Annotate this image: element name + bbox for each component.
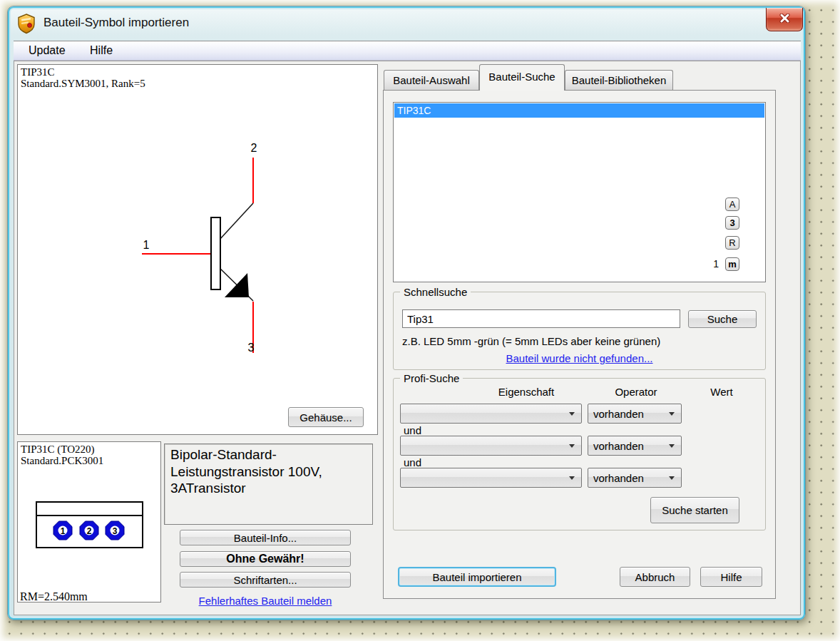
tab-bauteil-suche[interactable]: Bauteil-Suche <box>479 64 565 91</box>
svg-text:2: 2 <box>87 526 92 536</box>
pad-3: 3 <box>106 521 124 540</box>
search-results-list[interactable]: TIP31C A 3 R m 1 <box>393 102 766 282</box>
chevron-down-icon <box>569 412 575 416</box>
list-filter-a-button[interactable]: A <box>725 198 739 211</box>
svg-text:3: 3 <box>113 526 118 536</box>
tab-bauteil-auswahl[interactable]: Bauteil-Auswahl <box>384 70 479 90</box>
svg-text:1: 1 <box>61 526 66 536</box>
chevron-down-icon <box>569 444 575 448</box>
bauteil-info-button[interactable]: Bauteil-Info... <box>180 530 351 545</box>
close-button[interactable] <box>766 8 803 31</box>
desktop-background: Bauteil-Symbol importieren Update Hilfe … <box>0 0 840 641</box>
pad-1: 1 <box>53 521 72 540</box>
schnellsuche-group-label: Schnellsuche <box>400 286 471 298</box>
quick-search-input[interactable] <box>402 309 680 328</box>
property-dropdown-1[interactable] <box>400 404 582 424</box>
titlebar[interactable]: Bauteil-Symbol importieren <box>8 6 805 41</box>
close-icon <box>779 13 791 26</box>
package-drawing: 1 2 3 <box>18 442 161 602</box>
list-filter-r-button[interactable]: R <box>725 236 739 250</box>
chevron-down-icon <box>669 412 675 416</box>
operator-dropdown-2[interactable]: vorhanden <box>588 436 682 456</box>
operator-dropdown-1[interactable]: vorhanden <box>588 404 682 424</box>
and-label-1: und <box>404 424 421 436</box>
abbruch-button[interactable]: Abbruch <box>620 567 690 587</box>
dialog-client-area: TIP31C Standard.SYM3001, Rank=5 1 2 3 Ge… <box>14 61 801 615</box>
suche-button[interactable]: Suche <box>688 310 757 328</box>
raster-measure-text: RM=2.540mm <box>20 590 88 602</box>
package-preview-panel: TIP31C (TO220) Standard.PCK3001 1 2 <box>17 441 161 602</box>
dialog-window: Bauteil-Symbol importieren Update Hilfe … <box>7 6 806 620</box>
not-found-link[interactable]: Bauteil wurde nicht gefunden... <box>506 352 653 364</box>
bauteil-importieren-button[interactable]: Bauteil importieren <box>398 567 556 587</box>
transistor-symbol-drawing: 1 2 3 <box>18 65 379 436</box>
operator-dropdown-3[interactable]: vorhanden <box>588 468 682 488</box>
hilfe-button[interactable]: Hilfe <box>700 567 762 587</box>
menubar: Update Hilfe <box>14 41 801 61</box>
ohne-gewaehr-button[interactable]: Ohne Gewähr! <box>180 551 351 567</box>
list-filter-3-button[interactable]: 3 <box>725 216 739 230</box>
result-count: 1 <box>685 258 719 270</box>
menu-hilfe[interactable]: Hilfe <box>79 41 123 60</box>
column-header-eigenschaft: Eigenschaft <box>469 386 583 398</box>
report-faulty-part-link[interactable]: Fehlerhaftes Bauteil melden <box>199 595 332 607</box>
window-title: Bauteil-Symbol importieren <box>43 16 189 30</box>
schnellsuche-group: Schnellsuche Suche z.B. LED 5mm -grün (=… <box>393 292 766 370</box>
schriftarten-button[interactable]: Schriftarten... <box>180 572 351 588</box>
profi-suche-group: Profi-Suche Eigenschaft Operator Wert vo… <box>393 378 766 530</box>
search-hint: z.B. LED 5mm -grün (= 5mm LEDs aber kein… <box>402 335 660 347</box>
pin-label-2: 2 <box>251 142 257 154</box>
and-label-2: und <box>404 456 421 468</box>
gehaeuse-button[interactable]: Gehäuse... <box>288 407 364 427</box>
property-dropdown-2[interactable] <box>400 436 582 456</box>
pin-label-1: 1 <box>143 239 150 251</box>
pin-label-3: 3 <box>248 342 255 354</box>
chevron-down-icon <box>669 444 675 448</box>
property-dropdown-3[interactable] <box>400 468 582 488</box>
tab-bauteil-bibliotheken[interactable]: Bauteil-Bibliotheken <box>565 70 673 90</box>
chevron-down-icon <box>569 476 575 480</box>
menu-update[interactable]: Update <box>18 41 76 60</box>
list-item-selected[interactable]: TIP31C <box>394 103 764 118</box>
column-header-wert: Wert <box>682 386 761 398</box>
bauteil-suche-panel: TIP31C A 3 R m 1 Schnellsuche Suche z.B.… <box>383 90 776 599</box>
list-filter-m-button[interactable]: m <box>725 257 739 271</box>
column-header-operator: Operator <box>586 386 686 398</box>
pad-2: 2 <box>80 521 98 540</box>
profi-suche-group-label: Profi-Suche <box>400 372 463 384</box>
component-description: Bipolar-Standard-Leistungstransistor 100… <box>164 443 373 525</box>
app-icon <box>16 13 37 34</box>
suche-starten-button[interactable]: Suche starten <box>650 497 739 523</box>
chevron-down-icon <box>669 476 675 480</box>
symbol-preview-panel: TIP31C Standard.SYM3001, Rank=5 1 2 3 Ge… <box>17 64 378 435</box>
